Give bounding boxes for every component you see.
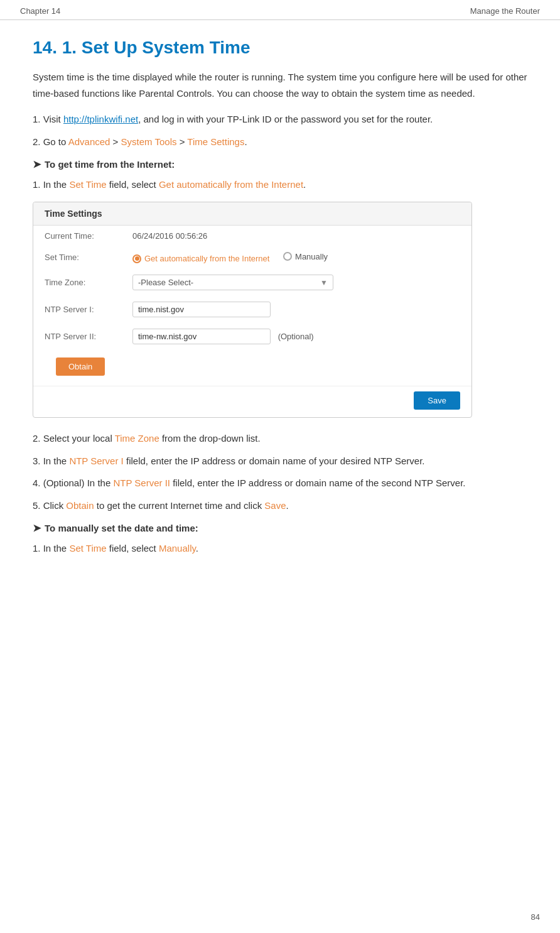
settings-box-title: Time Settings [33,202,471,226]
ntp2-label: NTP Server II: [33,323,121,350]
main-content: 14. 1. Set Up System Time System time is… [0,20,560,601]
s1s4-suffix: fileld, enter the IP address or domain n… [170,477,466,488]
s2step1-end: . [196,543,198,554]
intro-paragraph: System time is the time displayed while … [33,69,527,101]
s1s5-end: . [286,500,289,511]
step1-prefix: 1. Visit [33,114,63,124]
save-button[interactable]: Save [414,391,460,410]
radio-manual-icon [283,252,292,261]
dropdown-arrow-icon: ▼ [320,278,328,287]
radio-auto-icon [132,254,141,263]
obtain-button[interactable]: Obtain [56,357,105,376]
table-row: NTP Server II: time-nw.nist.gov (Optiona… [33,323,471,350]
s1step1-prefix: 1. In the [33,179,69,190]
s1step1-end: . [303,179,306,190]
sep2: > [176,136,187,147]
settings-table: Current Time: 06/24/2016 00:56:26 Set Ti… [33,226,471,351]
step2-prefix: 2. Go to [33,136,68,147]
s1s3-suffix: fileld, enter the IP address or domain n… [124,456,425,466]
set-time-options: Get automatically from the Internet Manu… [121,246,471,270]
save-inline-link: Save [264,500,286,511]
s1s2-suffix: from the drop-down list. [159,433,261,444]
system-tools-link: System Tools [121,136,177,147]
current-time-value: 06/24/2016 00:56:26 [121,226,471,246]
section1-heading: ➤ To get time from the Internet: [33,158,527,170]
advanced-link: Advanced [68,136,110,147]
tplink-wifi-link[interactable]: http://tplinkwifi.net [63,114,138,124]
optional-label: (Optional) [278,332,314,341]
ntp1-link: NTP Server I [69,456,123,466]
radio-auto-label: Get automatically from the Internet [144,254,269,263]
time-zone-label: Time Zone: [33,269,121,296]
table-row: Time Zone: -Please Select- ▼ [33,269,471,296]
intro-text: System time is the time displayed while … [33,72,527,99]
table-row: Current Time: 06/24/2016 00:56:26 [33,226,471,246]
step1-suffix: , and log in with your TP-Link ID or the… [138,114,433,124]
time-settings-box: Time Settings Current Time: 06/24/2016 0… [33,202,472,418]
section2-step1: 1. In the Set Time field, select Manuall… [33,540,527,557]
radio-manual-label: Manually [295,252,328,261]
page-title: 14. 1. Set Up System Time [33,38,527,58]
time-settings-link: Time Settings [187,136,244,147]
section2-heading: ➤ To manually set the date and time: [33,522,527,534]
set-time-label-cell: Set Time: [33,246,121,270]
time-zone-select[interactable]: -Please Select- ▼ [132,275,333,290]
section1-step2: 2. Select your local Time Zone from the … [33,430,527,447]
table-row: NTP Server I: time.nist.gov [33,296,471,323]
s1s5-prefix: 5. Click [33,500,66,511]
arrow2-icon: ➤ [33,522,41,534]
time-zone-link: Time Zone [115,433,159,444]
sep1: > [110,136,121,147]
s1s4-prefix: 4. (Optional) In the [33,477,113,488]
page-number: 84 [531,912,540,922]
s1s3-prefix: 3. In the [33,456,69,466]
section1-heading-text: To get time from the Internet: [45,159,175,170]
time-zone-select-cell: -Please Select- ▼ [121,269,471,296]
section2-heading-text: To manually set the date and time: [45,523,198,533]
step-visit: 1. Visit http://tplinkwifi.net, and log … [33,111,527,128]
section1-step4: 4. (Optional) In the NTP Server II filel… [33,475,527,491]
s2step1-mid: field, select [107,543,159,554]
section1-step3: 3. In the NTP Server I fileld, enter the… [33,453,527,469]
manually-label: Manually [159,543,196,554]
step2-end: . [244,136,247,147]
chapter-label: Chapter 14 [20,6,60,16]
current-time-label: Current Time: [33,226,121,246]
section-label: Manage the Router [470,6,540,16]
section1-step5: 5. Click Obtain to get the current Inter… [33,498,527,514]
ntp1-input-cell: time.nist.gov [121,296,471,323]
arrow-icon: ➤ [33,158,41,170]
page-header: Chapter 14 Manage the Router [0,0,560,20]
ntp1-label: NTP Server I: [33,296,121,323]
obtain-inline-link: Obtain [66,500,94,511]
ntp2-link: NTP Server II [113,477,170,488]
s1step1-mid: field, select [107,179,159,190]
time-zone-value: -Please Select- [138,278,193,287]
table-row: Set Time: Get automatically from the Int… [33,246,471,270]
ntp-server-1-input[interactable]: time.nist.gov [132,302,271,317]
set-time-label: Set Time [69,179,106,190]
s2step1-prefix: 1. In the [33,543,69,554]
s1s2-prefix: 2. Select your local [33,433,115,444]
s1s5-mid: to get the current Internet time and cli… [94,500,265,511]
step-go-to: 2. Go to Advanced > System Tools > Time … [33,134,527,150]
ntp2-input-cell: time-nw.nist.gov (Optional) [121,323,471,350]
radio-manual-option[interactable]: Manually [283,252,328,261]
set-time-label-2: Set Time [69,543,106,554]
radio-auto-option[interactable]: Get automatically from the Internet [132,254,269,263]
ntp-server-2-input[interactable]: time-nw.nist.gov [132,329,271,344]
save-button-row: Save [33,386,471,417]
section1-step1: 1. In the Set Time field, select Get aut… [33,177,527,193]
obtain-button-row: Obtain [33,350,471,383]
get-auto-label: Get automatically from the Internet [159,179,303,190]
